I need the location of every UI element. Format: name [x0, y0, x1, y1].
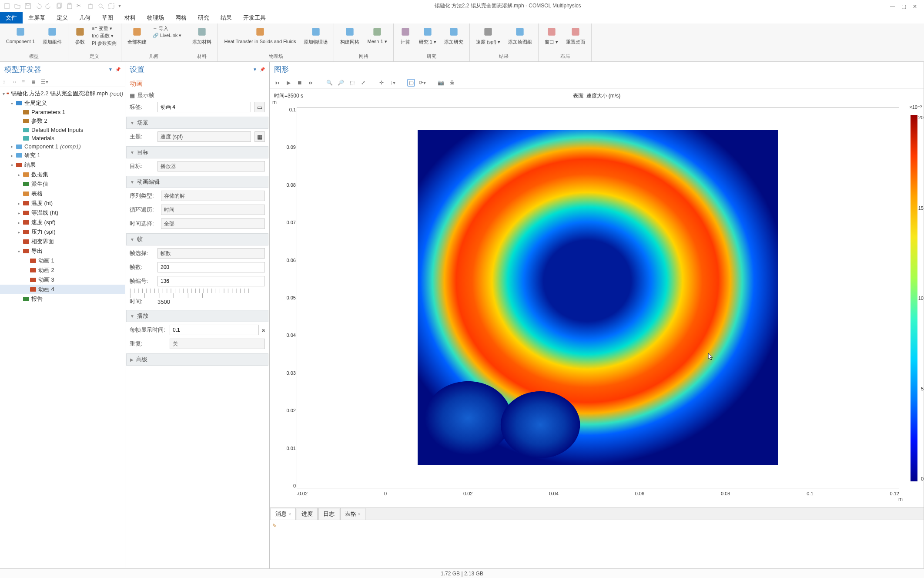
close-icon[interactable]: ✕	[913, 3, 918, 9]
expand-icon[interactable]: ▸	[17, 220, 21, 225]
tree-node[interactable]: 相变界面	[0, 237, 125, 246]
zoom-select-icon[interactable]	[108, 3, 115, 10]
expand-icon[interactable]: ▾	[10, 163, 14, 168]
ribbon-研究 1 ▾[interactable]: 研究 1 ▾	[417, 25, 438, 46]
ribbon-构建网格[interactable]: 构建网格	[338, 25, 361, 46]
target-select[interactable]: 播放器	[157, 161, 265, 171]
last-frame-icon[interactable]: ⏭	[307, 79, 315, 87]
seq-select[interactable]: 存储的解	[161, 191, 265, 201]
ribbon-参数[interactable]: 参数	[73, 25, 87, 46]
tree-node[interactable]: ▾锡融化 方法2.2 锡从完全固态溶解.mph (root)	[0, 89, 125, 98]
ribbon-添加绘图组[interactable]: 添加绘图组	[506, 25, 534, 46]
menu-定义[interactable]: 定义	[51, 12, 74, 24]
ribbon-Component 1[interactable]: Component 1	[4, 25, 37, 45]
more-icon[interactable]: ▾	[118, 3, 125, 10]
zoom-extents2-icon[interactable]: ⤢	[359, 79, 367, 87]
save-icon[interactable]	[24, 3, 31, 10]
tree-node[interactable]: Parameters 1	[0, 108, 125, 116]
cut-icon[interactable]: ✂	[77, 3, 84, 10]
section-scene[interactable]: ▼场景	[126, 117, 268, 129]
timesel-select[interactable]: 全部	[161, 218, 265, 229]
ribbon-添加物理场[interactable]: 添加物理场	[302, 25, 329, 46]
tree-node[interactable]: 动画 4	[0, 285, 125, 294]
tab-close-icon[interactable]: ×	[358, 512, 361, 517]
ribbon-添加研究[interactable]: 添加研究	[442, 25, 465, 46]
menu-材料[interactable]: 材料	[119, 12, 141, 24]
snapshot-icon[interactable]: 📷	[437, 79, 445, 87]
stop-icon[interactable]: ⏹	[296, 79, 304, 87]
minimize-icon[interactable]: —	[890, 3, 895, 9]
tree-view3-icon[interactable]: ☰▾	[41, 79, 48, 85]
pin-icon[interactable]: 📌	[115, 67, 121, 72]
tree-node[interactable]: 参数 2	[0, 116, 125, 126]
tree-node[interactable]: 动画 1	[0, 256, 125, 265]
tree-node[interactable]: ▸Component 1 (comp1)	[0, 142, 125, 151]
ribbon-重置桌面[interactable]: 重置桌面	[564, 25, 587, 46]
section-play[interactable]: ▼播放	[126, 310, 268, 322]
section-advanced[interactable]: ▶高级	[126, 353, 268, 366]
menu-几何[interactable]: 几何	[74, 12, 96, 24]
loop-select[interactable]: 时间	[161, 205, 265, 215]
rotate-icon[interactable]: ↕▾	[389, 79, 397, 87]
perframe-input[interactable]	[170, 325, 259, 335]
ribbon-添加组件[interactable]: 添加组件	[41, 25, 64, 46]
section-frame[interactable]: ▼帧	[126, 233, 268, 245]
tree-node[interactable]: ▸速度 (spf)	[0, 218, 125, 227]
plot-area[interactable]: 时间=3500 s 表面: 速度大小 (m/s) m m ×10⁻⁵ 0.10.…	[270, 89, 924, 507]
open-icon[interactable]	[14, 3, 21, 10]
ribbon-计算[interactable]: 计算	[398, 25, 413, 46]
tree-view2-icon[interactable]: ≣	[31, 79, 38, 85]
expand-icon[interactable]: ▾	[3, 91, 5, 96]
menu-草图[interactable]: 草图	[96, 12, 119, 24]
tree-node[interactable]: ▸数据集	[0, 170, 125, 179]
maximize-icon[interactable]: ▢	[901, 3, 907, 9]
label-input[interactable]	[157, 102, 251, 112]
tree-node[interactable]: ▾全局定义	[0, 98, 125, 108]
tree-view1-icon[interactable]: ≡	[22, 79, 29, 85]
new-icon[interactable]	[3, 3, 10, 10]
tree-node[interactable]: 动画 3	[0, 275, 125, 285]
tab-close-icon[interactable]: ×	[288, 512, 291, 517]
bottom-tab-进度[interactable]: 进度	[297, 508, 318, 520]
tree-node[interactable]: Materials	[0, 134, 125, 142]
redo-icon[interactable]	[45, 3, 52, 10]
menu-结果[interactable]: 结果	[215, 12, 238, 24]
show-frame-button[interactable]: ▦ 显示帧	[125, 91, 269, 100]
collapse-icon[interactable]: ↕	[3, 79, 10, 85]
ribbon-Mesh 1 ▾[interactable]: Mesh 1 ▾	[365, 25, 388, 45]
settings-pin-icon[interactable]: 📌	[260, 67, 265, 72]
undo-icon[interactable]	[35, 3, 42, 10]
play-icon[interactable]: ▶	[285, 79, 292, 87]
scene-light-icon[interactable]: ▢	[407, 79, 415, 87]
tree-node[interactable]: 动画 2	[0, 265, 125, 275]
panel-menu-icon[interactable]: ▼	[108, 67, 113, 72]
menu-开发工具[interactable]: 开发工具	[238, 12, 271, 24]
ribbon-stack-item[interactable]: Pi 参数实例	[92, 40, 117, 47]
section-anim-edit[interactable]: ▼动画编辑	[126, 176, 268, 188]
tree-node[interactable]: ▸研究 1	[0, 151, 125, 160]
bottom-tab-日志[interactable]: 日志	[318, 508, 339, 520]
tree-node[interactable]: ▸温度 (ht)	[0, 198, 125, 208]
menu-主屏幕[interactable]: 主屏幕	[23, 12, 51, 24]
ribbon-窗口 ▾[interactable]: 窗口 ▾	[543, 25, 560, 46]
expand-icon[interactable]: ▸	[17, 172, 21, 177]
expand-icon[interactable]: ▸	[17, 230, 21, 235]
zoom-in-icon[interactable]: 🔍	[325, 79, 333, 87]
ribbon-stack-item[interactable]: a= 变量 ▾	[92, 25, 117, 32]
tree-node[interactable]: ▸压力 (spf)	[0, 227, 125, 237]
bottom-tab-消息[interactable]: 消息×	[271, 508, 296, 520]
menu-研究[interactable]: 研究	[192, 12, 215, 24]
zoom-out-icon[interactable]: 🔎	[337, 79, 345, 87]
tree-node[interactable]: Default Model Inputs	[0, 126, 125, 134]
ribbon-Heat Transfer in Solids and Fluids[interactable]: Heat Transfer in Solids and Fluids	[222, 25, 298, 45]
expand-icon[interactable]: ▸	[17, 211, 21, 215]
expand-icon[interactable]: ▸	[10, 153, 14, 158]
menu-网格[interactable]: 网格	[170, 12, 192, 24]
tree-node[interactable]: 报告	[0, 294, 125, 304]
print-icon[interactable]: 🖶	[448, 79, 456, 87]
bottom-tab-表格[interactable]: 表格×	[340, 508, 365, 520]
ribbon-全部构建[interactable]: 全部构建	[126, 25, 148, 46]
theme-select[interactable]: 速度 (spf)	[157, 131, 251, 142]
ribbon-stack-item[interactable]: f(x) 函数 ▾	[92, 33, 117, 39]
expand-icon[interactable]: ↔	[12, 79, 19, 85]
